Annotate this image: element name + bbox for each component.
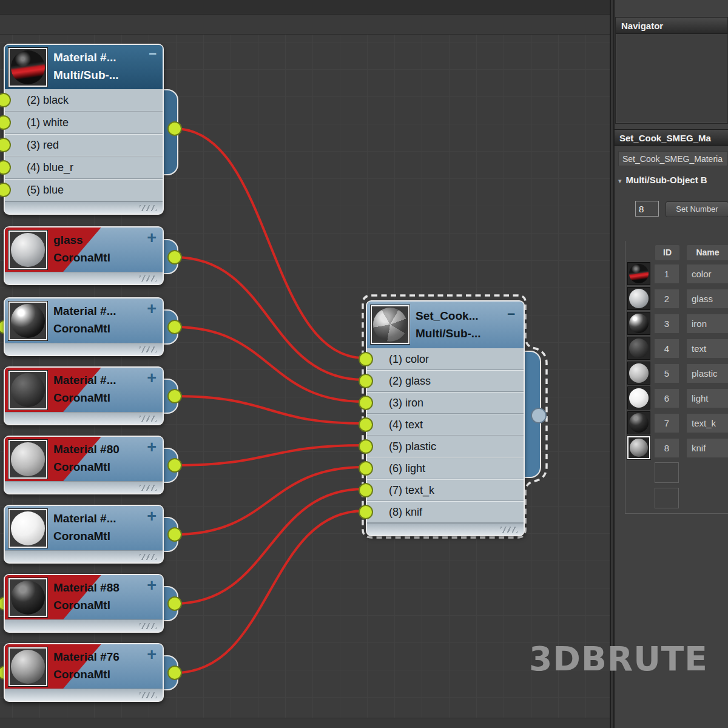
input-socket[interactable] <box>359 483 373 497</box>
slot-row[interactable]: (1) color <box>367 348 524 370</box>
name-cell[interactable]: plastic <box>687 364 728 383</box>
input-socket[interactable] <box>359 352 373 366</box>
node-glass-coronamtl[interactable]: glass CoronaMtl + <box>4 226 164 285</box>
input-socket[interactable] <box>359 505 373 519</box>
node-multisub-target[interactable]: Set_Cook... Multi/Sub-... – (1) color (2… <box>366 300 525 536</box>
material-name-input[interactable] <box>618 151 728 166</box>
slot-row[interactable]: (3) iron <box>367 392 524 414</box>
submaterial-button[interactable] <box>627 287 650 310</box>
expand-node-button[interactable]: + <box>147 369 157 388</box>
panel-splitter[interactable] <box>610 0 615 728</box>
rollout-multisub-params[interactable]: ▾Multi/Sub-Object B <box>618 175 707 188</box>
input-socket[interactable] <box>359 439 373 454</box>
slot-row[interactable]: (1) white <box>5 112 163 134</box>
output-socket[interactable] <box>167 121 182 136</box>
output-socket[interactable] <box>167 666 182 680</box>
node-material-white[interactable]: Material #... CoronaMtl + <box>4 505 164 564</box>
slot-row[interactable]: (8) knif <box>367 501 524 523</box>
expand-node-button[interactable]: + <box>147 438 157 457</box>
node-material-chrome[interactable]: Material #... CoronaMtl + <box>4 297 164 356</box>
navigator-panel[interactable]: Navigator <box>615 17 728 124</box>
node-footer <box>5 412 163 424</box>
slot-row[interactable]: (3) red <box>5 134 163 157</box>
submaterial-button[interactable] <box>627 411 650 434</box>
slot-row[interactable]: (4) blue_r <box>5 157 163 179</box>
slot-row[interactable]: (5) blue <box>5 179 163 201</box>
slot-row[interactable]: (6) light <box>367 457 524 479</box>
id-cell[interactable]: 8 <box>655 439 679 457</box>
output-socket[interactable] <box>167 250 182 265</box>
slot-row[interactable]: (5) plastic <box>367 436 524 457</box>
expand-node-button[interactable]: + <box>147 229 157 248</box>
resize-grip-icon[interactable] <box>140 485 157 491</box>
node-footer <box>367 523 524 535</box>
submaterial-button-selected[interactable] <box>627 436 650 459</box>
output-socket[interactable] <box>167 389 182 403</box>
submaterial-button[interactable] <box>627 337 650 360</box>
collapse-node-button[interactable]: – <box>507 305 515 322</box>
output-socket-unconnected[interactable] <box>531 408 547 423</box>
slot-row[interactable]: (4) text <box>367 414 524 436</box>
node-title: Material #80 <box>53 440 144 458</box>
slot-row[interactable]: (7) text_k <box>367 479 524 501</box>
chrome-sphere-icon <box>11 304 45 338</box>
output-socket[interactable] <box>167 458 182 473</box>
slot-row[interactable]: (2) glass <box>367 370 524 392</box>
id-cell[interactable]: 3 <box>655 314 679 333</box>
resize-grip-icon[interactable] <box>500 527 517 533</box>
resize-grip-icon[interactable] <box>140 554 157 560</box>
rollout-label: Multi/Sub-Object B <box>626 175 707 185</box>
resize-grip-icon[interactable] <box>140 416 157 422</box>
input-socket[interactable] <box>359 396 373 410</box>
id-cell[interactable]: 1 <box>655 265 679 283</box>
resize-grip-icon[interactable] <box>140 205 157 211</box>
expand-node-button[interactable]: + <box>147 576 157 595</box>
node-material-dark[interactable]: Material #... CoronaMtl + <box>4 366 164 425</box>
resize-grip-icon[interactable] <box>140 692 157 698</box>
id-cell[interactable]: 7 <box>655 414 679 433</box>
submaterial-button[interactable] <box>627 312 650 335</box>
gray-sphere-icon <box>11 442 45 476</box>
id-cell[interactable]: 6 <box>655 389 679 408</box>
submaterial-button[interactable] <box>627 386 650 410</box>
material-count-input[interactable] <box>635 201 659 217</box>
input-socket[interactable] <box>359 374 373 388</box>
expand-node-button[interactable]: + <box>147 507 157 526</box>
column-header-name[interactable]: Name <box>687 245 728 260</box>
id-cell[interactable]: 2 <box>655 289 679 308</box>
expand-node-button[interactable]: + <box>147 300 157 318</box>
name-cell[interactable]: knif <box>687 439 728 457</box>
node-material-76[interactable]: Material #76 CoronaMtl + <box>4 643 164 702</box>
node-material-80[interactable]: Material #80 CoronaMtl + <box>4 436 164 494</box>
resize-grip-icon[interactable] <box>140 346 157 352</box>
output-socket[interactable] <box>167 596 182 611</box>
chrome-sphere-icon <box>629 314 649 333</box>
material-preview-thumbnail <box>8 578 47 617</box>
name-cell[interactable]: light <box>687 389 728 408</box>
name-cell[interactable]: color <box>687 265 728 283</box>
set-number-button[interactable]: Set Number <box>666 201 728 217</box>
id-cell[interactable]: 4 <box>655 339 679 358</box>
column-header-id[interactable]: ID <box>655 245 679 260</box>
resize-grip-icon[interactable] <box>140 623 157 629</box>
node-type: CoronaMtl <box>53 527 144 545</box>
node-material-88[interactable]: Material #88 CoronaMtl + <box>4 574 164 633</box>
white-sphere-icon <box>11 511 45 545</box>
node-multisub-source[interactable]: Material #... Multi/Sub-... – (2) black … <box>4 44 164 215</box>
name-cell[interactable]: text_k <box>687 414 728 433</box>
material-preview-thumbnail <box>8 440 47 479</box>
name-cell[interactable]: glass <box>687 289 728 308</box>
submaterial-button[interactable] <box>627 362 650 385</box>
name-cell[interactable]: text <box>687 339 728 358</box>
output-socket[interactable] <box>167 527 182 542</box>
output-socket[interactable] <box>167 320 182 334</box>
expand-node-button[interactable]: + <box>147 645 157 664</box>
input-socket[interactable] <box>359 461 373 476</box>
name-cell[interactable]: iron <box>687 314 728 333</box>
resize-grip-icon[interactable] <box>140 275 157 281</box>
submaterial-button[interactable] <box>627 262 650 285</box>
input-socket[interactable] <box>359 417 373 432</box>
slot-row[interactable]: (2) black <box>5 89 163 112</box>
collapse-node-button[interactable]: – <box>149 45 157 61</box>
id-cell[interactable]: 5 <box>655 364 679 383</box>
